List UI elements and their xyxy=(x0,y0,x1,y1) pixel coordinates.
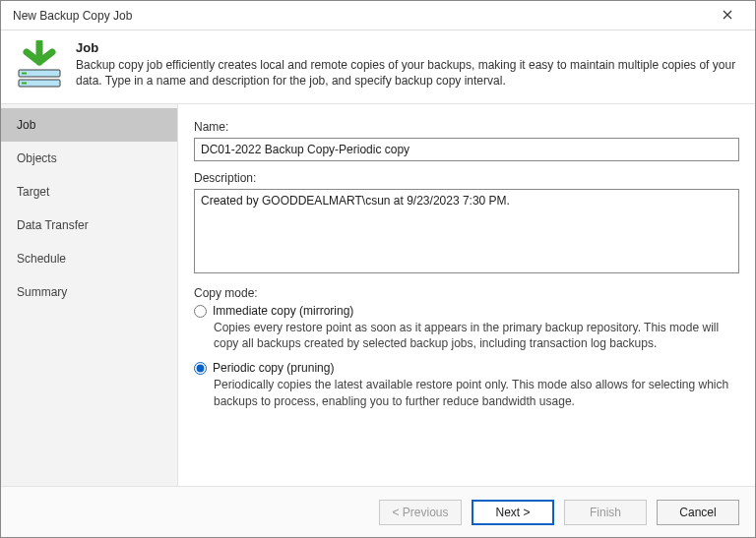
close-icon xyxy=(723,9,732,23)
wizard-content: Name: Description: Copy mode: Immediate … xyxy=(178,104,755,486)
wizard-body: Job Objects Target Data Transfer Schedul… xyxy=(1,103,755,486)
step-schedule[interactable]: Schedule xyxy=(1,242,177,275)
name-label: Name: xyxy=(194,120,739,134)
radio-periodic[interactable] xyxy=(194,362,207,375)
step-objects[interactable]: Objects xyxy=(1,142,177,175)
radio-immediate-desc: Copies every restore point as soon as it… xyxy=(214,320,739,351)
radio-immediate[interactable] xyxy=(194,305,207,318)
radio-periodic-label: Periodic copy (pruning) xyxy=(213,361,334,375)
step-job[interactable]: Job xyxy=(1,108,177,142)
close-button[interactable] xyxy=(708,2,747,30)
step-data-transfer[interactable]: Data Transfer xyxy=(1,209,177,242)
wizard-footer: < Previous Next > Finish Cancel xyxy=(1,486,755,537)
cancel-button[interactable]: Cancel xyxy=(657,500,739,525)
window-title: New Backup Copy Job xyxy=(13,9,132,23)
description-textarea[interactable] xyxy=(194,189,739,273)
wizard-steps-sidebar: Job Objects Target Data Transfer Schedul… xyxy=(1,104,178,486)
svg-rect-1 xyxy=(22,73,27,75)
copymode-option-periodic[interactable]: Periodic copy (pruning) xyxy=(194,361,739,375)
copymode-label: Copy mode: xyxy=(194,286,739,300)
svg-rect-3 xyxy=(22,83,27,85)
header-title: Job xyxy=(76,40,739,55)
wizard-header: Job Backup copy job efficiently creates … xyxy=(1,30,755,103)
finish-button[interactable]: Finish xyxy=(564,500,647,525)
radio-periodic-desc: Periodically copies the latest available… xyxy=(214,377,739,408)
next-button[interactable]: Next > xyxy=(472,500,554,525)
description-label: Description: xyxy=(194,171,739,185)
titlebar: New Backup Copy Job xyxy=(1,1,755,30)
copymode-option-immediate[interactable]: Immediate copy (mirroring) xyxy=(194,304,739,318)
backup-job-icon xyxy=(15,40,64,90)
name-input[interactable] xyxy=(194,138,739,161)
step-target[interactable]: Target xyxy=(1,175,177,209)
header-text: Job Backup copy job efficiently creates … xyxy=(76,40,739,89)
step-summary[interactable]: Summary xyxy=(1,275,177,309)
wizard-window: New Backup Copy Job Job Backup copy job … xyxy=(0,0,756,538)
radio-immediate-label: Immediate copy (mirroring) xyxy=(213,304,353,318)
previous-button[interactable]: < Previous xyxy=(379,500,462,525)
header-subtitle: Backup copy job efficiently creates loca… xyxy=(76,57,739,89)
